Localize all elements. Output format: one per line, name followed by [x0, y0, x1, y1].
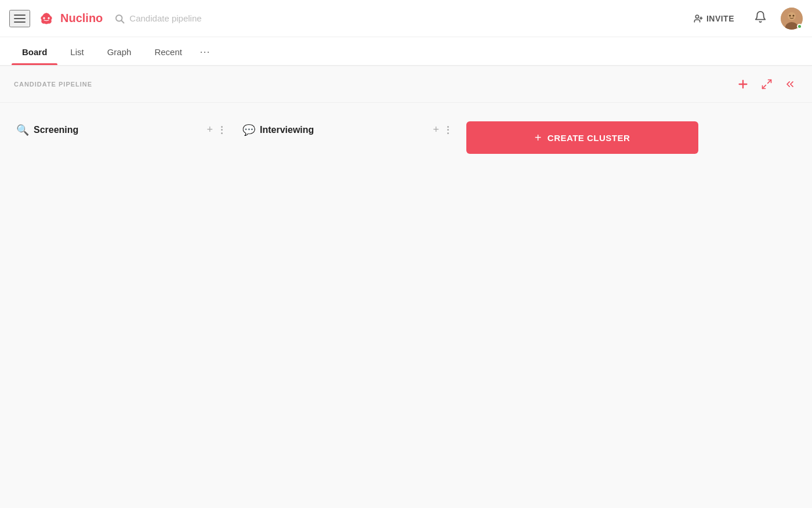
search-bar[interactable]: Candidate pipeline: [110, 13, 681, 24]
hamburger-line-1: [14, 15, 26, 16]
svg-line-14: [768, 80, 771, 84]
cluster-name-interviewing: Interviewing: [260, 125, 428, 135]
invite-button[interactable]: INVITE: [688, 10, 740, 27]
three-dots-icon: [221, 126, 223, 134]
tab-graph[interactable]: Graph: [97, 39, 142, 65]
hamburger-menu-button[interactable]: [9, 10, 30, 27]
add-item-button[interactable]: [734, 75, 752, 93]
three-dots-icon: [447, 126, 449, 134]
tab-recent[interactable]: Recent: [144, 39, 193, 65]
cluster-header-interviewing: 💬 Interviewing +: [240, 117, 455, 143]
collapse-icon: [784, 78, 796, 90]
cluster-screening: 🔍 Screening +: [14, 117, 229, 496]
top-navigation: Nuclino Candidate pipeline INVITE: [0, 0, 812, 37]
screening-icon: 🔍: [16, 124, 29, 136]
create-cluster-label: CREATE CLUSTER: [548, 133, 630, 143]
hamburger-line-2: [14, 18, 26, 19]
brain-logo-icon: [37, 9, 56, 28]
board-content: 🔍 Screening + 💬 Interviewing + + CREATE: [0, 103, 812, 508]
cluster-add-item-interviewing-button[interactable]: +: [428, 121, 444, 138]
cluster-interviewing: 💬 Interviewing +: [240, 117, 455, 496]
collapse-sidebar-button[interactable]: [782, 76, 798, 92]
logo-area[interactable]: Nuclino: [37, 9, 103, 28]
search-placeholder: Candidate pipeline: [129, 13, 201, 23]
logo-text: Nuclino: [60, 12, 103, 25]
online-status-indicator: [797, 24, 802, 29]
svg-point-4: [695, 15, 698, 18]
board-title: CANDIDATE PIPELINE: [14, 81, 92, 88]
svg-line-15: [763, 85, 766, 89]
create-cluster-button[interactable]: + CREATE CLUSTER: [466, 121, 698, 154]
svg-point-10: [789, 15, 791, 16]
svg-point-2: [116, 15, 122, 21]
cluster-more-options-screening-button[interactable]: [217, 124, 226, 136]
tab-more-button[interactable]: ⋯: [195, 37, 215, 66]
interviewing-icon: 💬: [242, 124, 255, 136]
svg-point-0: [43, 17, 45, 19]
svg-point-11: [793, 15, 795, 16]
person-plus-icon: [694, 14, 703, 23]
nav-right-actions: INVITE: [688, 8, 803, 30]
expand-view-button[interactable]: [759, 76, 775, 92]
tab-list[interactable]: List: [60, 39, 94, 65]
cluster-name-screening: Screening: [34, 125, 202, 135]
create-cluster-plus-icon: +: [535, 131, 542, 145]
expand-icon: [761, 78, 773, 90]
plus-icon: [737, 78, 749, 91]
svg-line-3: [122, 20, 124, 23]
svg-point-1: [48, 17, 49, 19]
cluster-add-item-screening-button[interactable]: +: [202, 121, 217, 138]
cluster-more-options-interviewing-button[interactable]: [444, 124, 452, 136]
board-header: CANDIDATE PIPELINE: [0, 66, 812, 103]
hamburger-line-3: [14, 21, 26, 23]
tab-board[interactable]: Board: [12, 39, 57, 65]
board-header-actions: [734, 75, 798, 93]
search-icon: [114, 13, 125, 24]
user-avatar-button[interactable]: [781, 8, 803, 30]
cluster-header-screening: 🔍 Screening +: [14, 117, 229, 143]
view-tabs-bar: Board List Graph Recent ⋯: [0, 37, 812, 66]
invite-label: INVITE: [706, 14, 734, 23]
bell-icon: [754, 10, 767, 23]
svg-point-8: [788, 12, 796, 20]
notification-bell-button[interactable]: [752, 8, 769, 28]
